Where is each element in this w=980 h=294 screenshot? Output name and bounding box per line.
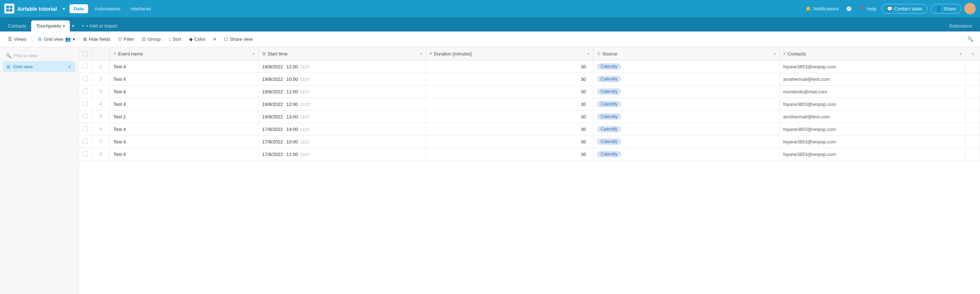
timezone-label: CEST xyxy=(301,77,310,82)
timezone-label: CEST xyxy=(301,103,310,107)
select-all-checkbox[interactable] xyxy=(83,51,88,56)
source-cell: Calendly xyxy=(593,123,780,136)
link-type-icon: ≡ xyxy=(783,51,786,56)
row-checkbox-cell[interactable] xyxy=(79,148,92,161)
start-time-column-header[interactable]: ⊞ Start time ▾ xyxy=(259,47,426,60)
data-nav-button[interactable]: Data xyxy=(70,4,88,13)
contact-sales-button[interactable]: 💬 Contact sales xyxy=(881,4,928,14)
help-icon: ❓ xyxy=(859,6,865,11)
contact-cell: foyane3853@wnpop.com xyxy=(780,60,965,73)
source-cell: Calendly xyxy=(593,73,780,85)
share-button[interactable]: 👤 Share xyxy=(931,4,961,14)
source-expand-icon[interactable]: ▾ xyxy=(774,52,776,56)
duration-column-header[interactable]: # Duration [minutes] ▾ xyxy=(426,47,593,60)
row-checkbox[interactable] xyxy=(83,114,88,119)
source-cell: Calendly xyxy=(593,98,780,111)
row-number-column-header xyxy=(92,47,110,60)
hide-fields-button[interactable]: ⊞ Hide fields xyxy=(80,34,114,44)
history-button[interactable]: 🕐 xyxy=(844,4,854,14)
find-view-search-icon: 🔍 xyxy=(6,53,11,58)
notifications-button[interactable]: 🔔 Notifications xyxy=(803,4,841,14)
duration-cell: 30 xyxy=(426,98,593,111)
interfaces-nav-button[interactable]: Interfaces xyxy=(127,4,154,13)
event-name-cell: Test 4 xyxy=(110,60,259,73)
sort-button[interactable]: ↕ Sort xyxy=(165,34,185,44)
row-checkbox-cell[interactable] xyxy=(79,136,92,148)
main-content: 🔍 Find a view ⊞ Grid view ✓ xyxy=(0,47,980,294)
row-checkbox-cell[interactable] xyxy=(79,98,92,111)
source-column-header[interactable]: ⊙ Source ▾ xyxy=(593,47,780,60)
search-icon: 🔍 xyxy=(967,36,974,42)
table-row: 6 Test 4 17/8/2022 14:00 CEST 30 Calendl… xyxy=(79,123,980,136)
svg-rect-3 xyxy=(10,9,13,12)
color-button[interactable]: ◆ Color xyxy=(186,34,209,44)
row-number-cell: 1 xyxy=(92,60,110,73)
source-cell: Calendly xyxy=(593,60,780,73)
row-checkbox[interactable] xyxy=(83,89,88,94)
extra-col-cell xyxy=(966,85,980,98)
event-name-column-header[interactable]: A Event name ▾ xyxy=(110,47,259,60)
contacts-tab[interactable]: Contacts xyxy=(3,21,31,32)
event-name-cell: Test 4 xyxy=(110,148,259,161)
extensions-label[interactable]: Extensions xyxy=(944,21,977,32)
contacts-column-header[interactable]: ≡ Contacts ▾ xyxy=(780,47,965,60)
select-type-icon: ⊙ xyxy=(597,51,601,56)
grid-view-button[interactable]: ⊞ Grid view 👥 ▾ xyxy=(34,34,78,44)
app-chevron-button[interactable]: ▾ xyxy=(61,5,67,13)
row-height-button[interactable]: ≡ xyxy=(210,34,220,44)
row-checkbox[interactable] xyxy=(83,139,88,144)
event-name-cell: Test 4 xyxy=(110,123,259,136)
time-value: 12:00 xyxy=(286,101,298,107)
contacts-expand-icon[interactable]: ▾ xyxy=(959,52,962,56)
user-avatar-button[interactable] xyxy=(964,3,976,14)
table-body: 1 Test 4 18/8/2022 12:00 CEST 30 Calendl… xyxy=(79,60,980,161)
group-button[interactable]: ⊡ Group xyxy=(138,34,164,44)
more-tabs-button[interactable]: ▾ xyxy=(70,21,76,32)
find-view-search[interactable]: 🔍 Find a view xyxy=(3,51,76,60)
row-checkbox[interactable] xyxy=(83,76,88,81)
source-badge: Calendly xyxy=(597,101,621,107)
start-time-expand-icon[interactable]: ▾ xyxy=(420,52,422,56)
sidebar-item-grid-view[interactable]: ⊞ Grid view ✓ xyxy=(3,61,76,72)
row-checkbox-cell[interactable] xyxy=(79,60,92,73)
timezone-label: CEST xyxy=(301,90,310,94)
add-table-button[interactable]: + + Add or import xyxy=(78,21,121,32)
row-checkbox[interactable] xyxy=(83,101,88,106)
automations-nav-button[interactable]: Automations xyxy=(91,4,124,13)
row-checkbox-cell[interactable] xyxy=(79,73,92,85)
plus-icon: + xyxy=(82,23,84,28)
grid-view-icon: ⊞ xyxy=(6,64,10,70)
filter-icon: ▽ xyxy=(118,36,122,42)
time-value: 10:00 xyxy=(286,139,298,144)
views-toggle-button[interactable]: ☰ Views xyxy=(4,34,30,44)
touchpoints-tab[interactable]: Touchpoints ▾ xyxy=(31,21,70,32)
duration-expand-icon[interactable]: ▾ xyxy=(587,52,590,56)
add-column-button[interactable]: + xyxy=(966,47,980,60)
date-value: 17/8/2022 xyxy=(262,152,283,157)
airtable-logo-icon xyxy=(4,3,14,14)
date-value: 17/8/2022 xyxy=(262,126,283,132)
filter-button[interactable]: ▽ Filter xyxy=(115,34,138,44)
row-number-cell: 5 xyxy=(92,111,110,123)
extra-col-cell xyxy=(966,73,980,85)
search-button[interactable]: 🔍 xyxy=(965,34,976,44)
share-view-button[interactable]: ⬡ Share view xyxy=(220,34,256,44)
toolbar-divider-1 xyxy=(32,36,32,43)
row-checkbox-cell[interactable] xyxy=(79,111,92,123)
timezone-label: CEST xyxy=(301,128,310,132)
history-icon: 🕐 xyxy=(846,6,852,11)
contact-cell: moretests@mail.com xyxy=(780,85,965,98)
event-name-expand-icon[interactable]: ▾ xyxy=(253,52,255,56)
row-checkbox-cell[interactable] xyxy=(79,123,92,136)
row-checkbox-cell[interactable] xyxy=(79,85,92,98)
row-checkbox[interactable] xyxy=(83,64,88,69)
row-checkbox[interactable] xyxy=(83,151,88,156)
time-value: 11:00 xyxy=(286,89,298,95)
help-button[interactable]: ❓ Help xyxy=(857,4,879,14)
row-checkbox[interactable] xyxy=(83,126,88,131)
row-number-cell: 6 xyxy=(92,123,110,136)
duration-cell: 30 xyxy=(426,123,593,136)
table-row: 1 Test 4 18/8/2022 12:00 CEST 30 Calendl… xyxy=(79,60,980,73)
time-value: 10:00 xyxy=(286,77,298,82)
svg-rect-1 xyxy=(10,6,13,9)
